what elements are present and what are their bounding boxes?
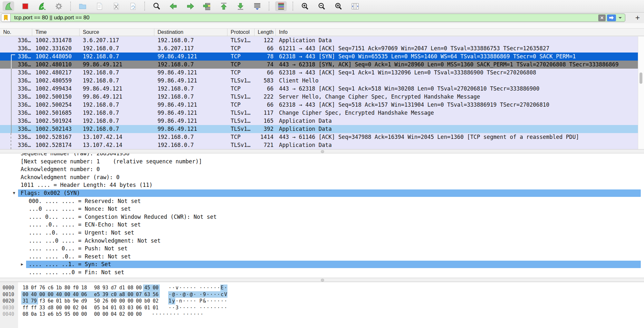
hex-byte[interactable]: f0 bbox=[72, 285, 80, 291]
detail-line[interactable]: Sequence number (raw): 2665041958 bbox=[0, 153, 644, 158]
hex-byte[interactable]: 76 bbox=[38, 285, 46, 291]
ascii-char[interactable]: · bbox=[186, 311, 189, 318]
packet-row[interactable]: 336…1002.502143192.168.0.799.86.49.121TL… bbox=[0, 125, 638, 133]
packet-row[interactable]: 336…1002.3314783.6.207.117192.168.0.7TLS… bbox=[0, 36, 638, 44]
ascii-char[interactable]: P bbox=[199, 298, 203, 304]
hex-byte[interactable]: 00 bbox=[126, 291, 135, 298]
display-filter-field[interactable]: ✕ bbox=[1, 14, 625, 22]
ascii-char[interactable]: · bbox=[155, 311, 159, 318]
hex-row[interactable]: 0040080a13e6b5950000000004020000········… bbox=[0, 311, 644, 318]
hex-byte[interactable]: 02 bbox=[151, 298, 160, 304]
ascii-char[interactable]: · bbox=[176, 311, 180, 318]
ascii-char[interactable]: · bbox=[206, 298, 210, 304]
ascii-char[interactable]: n bbox=[179, 298, 182, 304]
hex-byte[interactable]: 00 bbox=[151, 285, 160, 291]
capture-options-button[interactable] bbox=[53, 1, 64, 11]
hex-byte[interactable]: 01 bbox=[143, 304, 151, 311]
hex-byte[interactable]: 9e bbox=[72, 298, 80, 304]
ascii-char[interactable]: · bbox=[151, 311, 155, 318]
save-file-button[interactable] bbox=[93, 1, 105, 11]
ascii-char[interactable]: · bbox=[213, 291, 217, 298]
ascii-char[interactable]: · bbox=[186, 304, 189, 311]
hex-byte[interactable]: d1 bbox=[118, 285, 126, 291]
hex-byte[interactable]: 95 bbox=[63, 311, 72, 318]
filter-input[interactable] bbox=[14, 14, 598, 21]
find-packet-button[interactable] bbox=[151, 1, 162, 11]
packet-row[interactable]: 336…1002.448050192.168.0.799.86.49.121TC… bbox=[0, 53, 638, 61]
ascii-char[interactable]: · bbox=[210, 285, 213, 291]
hex-byte[interactable]: 02 bbox=[72, 304, 80, 311]
hex-byte[interactable]: c0 bbox=[110, 291, 118, 298]
ascii-char[interactable]: · bbox=[224, 285, 227, 291]
column-header-destination[interactable]: Destination bbox=[154, 29, 227, 36]
detail-line[interactable]: Acknowledgment number (raw): 0 bbox=[0, 173, 644, 181]
ascii-char[interactable]: · bbox=[224, 304, 227, 311]
hex-row[interactable]: 00100040000040004006e539c0a800076356·@··… bbox=[0, 291, 644, 298]
hex-byte[interactable]: 98 bbox=[93, 285, 101, 291]
go-back-button[interactable] bbox=[168, 1, 179, 11]
hex-row[interactable]: 00203179f36e01bb9ed9502600000000b0021y·n… bbox=[0, 298, 644, 304]
hex-byte[interactable]: 63 bbox=[143, 291, 151, 298]
clear-filter-button[interactable]: ✕ bbox=[598, 14, 606, 21]
stop-capture-button[interactable] bbox=[19, 1, 31, 11]
hex-byte[interactable]: 31 bbox=[21, 298, 30, 304]
ascii-char[interactable]: · bbox=[199, 285, 203, 291]
ascii-char[interactable]: · bbox=[162, 311, 166, 318]
auto-scroll-button[interactable] bbox=[251, 1, 263, 11]
ascii-char[interactable]: · bbox=[189, 285, 193, 291]
hex-byte[interactable]: 39 bbox=[101, 291, 110, 298]
hex-byte[interactable]: 00 bbox=[93, 311, 101, 318]
packet-list-scrollbar[interactable] bbox=[638, 36, 644, 149]
hex-byte[interactable]: d7 bbox=[110, 285, 118, 291]
hex-byte[interactable]: 93 bbox=[101, 285, 110, 291]
hex-byte[interactable]: 26 bbox=[101, 298, 110, 304]
ascii-char[interactable]: · bbox=[172, 285, 175, 291]
hex-byte[interactable]: 40 bbox=[30, 291, 38, 298]
ascii-char[interactable]: · bbox=[210, 304, 213, 311]
hex-byte[interactable]: 00 bbox=[118, 298, 126, 304]
ascii-char[interactable]: · bbox=[206, 291, 210, 298]
ascii-char[interactable]: & bbox=[203, 298, 206, 304]
ascii-char[interactable]: · bbox=[172, 304, 175, 311]
ascii-char[interactable]: · bbox=[217, 291, 220, 298]
detail-line[interactable]: .... ..0. .... = Urgent: Not set bbox=[0, 229, 644, 237]
hex-byte[interactable]: 00 bbox=[110, 298, 118, 304]
ascii-char[interactable]: · bbox=[182, 311, 186, 318]
ascii-char[interactable]: y bbox=[172, 298, 175, 304]
scrollbar-thumb[interactable] bbox=[639, 72, 642, 84]
ascii-char[interactable]: · bbox=[179, 285, 182, 291]
collapse-icon[interactable]: ▼ bbox=[13, 189, 15, 197]
packet-row[interactable]: 336…1002.480559192.168.0.799.86.49.121TL… bbox=[0, 77, 638, 85]
hex-byte[interactable]: 04 bbox=[110, 311, 118, 318]
ascii-char[interactable]: · bbox=[193, 298, 197, 304]
hex-byte[interactable]: 05 bbox=[93, 304, 101, 311]
ascii-char[interactable]: · bbox=[224, 298, 227, 304]
hex-byte[interactable]: 06 bbox=[80, 291, 88, 298]
ascii-char[interactable]: · bbox=[182, 298, 186, 304]
apply-filter-button[interactable] bbox=[607, 14, 616, 21]
restart-capture-button[interactable] bbox=[36, 1, 48, 11]
detail-line[interactable]: .... .... .0.. = Reset: Not set bbox=[0, 253, 644, 261]
hex-byte[interactable]: e6 bbox=[46, 311, 55, 318]
ascii-char[interactable]: · bbox=[213, 298, 217, 304]
detail-line[interactable]: .... .... 0... = Push: Not set bbox=[0, 245, 644, 253]
ascii-char[interactable]: · bbox=[213, 304, 217, 311]
ascii-char[interactable]: v bbox=[175, 285, 179, 291]
column-header-info[interactable]: Info bbox=[276, 29, 644, 36]
go-to-first-button[interactable] bbox=[218, 1, 229, 11]
packet-row[interactable]: 336…1002.480217192.168.0.799.86.49.121TC… bbox=[0, 69, 638, 77]
ascii-char[interactable]: 1 bbox=[168, 298, 172, 304]
ascii-char[interactable]: · bbox=[220, 304, 224, 311]
column-header-length[interactable]: Length bbox=[255, 29, 276, 36]
column-header-time[interactable]: Time bbox=[32, 29, 80, 36]
detail-line[interactable]: ▶.... .... ..1. = Syn: Set bbox=[0, 260, 644, 268]
hex-byte[interactable]: 45 bbox=[143, 285, 151, 291]
hex-byte[interactable]: 40 bbox=[72, 291, 80, 298]
detail-line[interactable]: .... .0.. .... = ECN-Echo: Not set bbox=[0, 221, 644, 229]
zoom-in-button[interactable] bbox=[299, 1, 311, 11]
packet-row[interactable]: 336…1002.48011099.86.49.121192.168.0.7TC… bbox=[0, 61, 638, 69]
ascii-char[interactable]: · bbox=[179, 291, 182, 298]
ascii-char[interactable]: 9 bbox=[203, 291, 206, 298]
hex-byte[interactable]: b0 bbox=[143, 298, 151, 304]
hex-byte[interactable]: 00 bbox=[63, 291, 72, 298]
